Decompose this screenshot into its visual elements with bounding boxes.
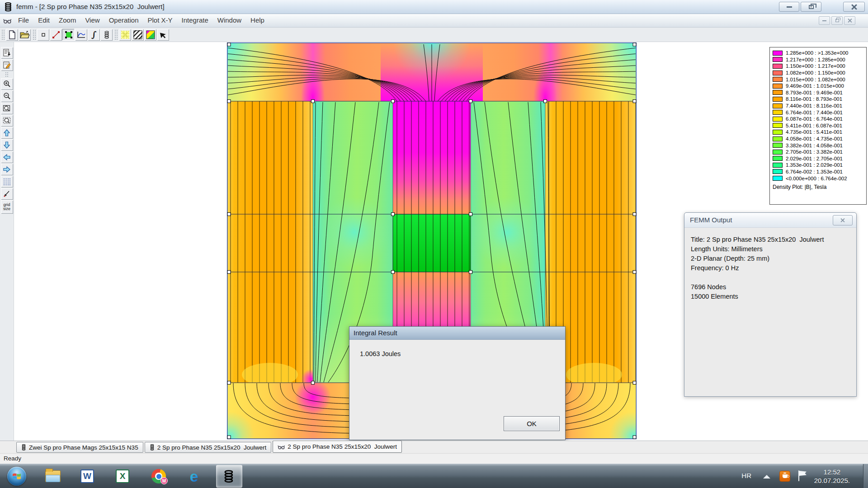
zoom-extents-button[interactable] (1, 115, 13, 127)
pointer-button[interactable] (157, 29, 169, 41)
tab-2sp-pro-phase-results[interactable]: 2 Sp pro Phase N35 25x15x20 Joulwert (273, 441, 402, 453)
minimize-button[interactable] (779, 2, 799, 12)
point-icon (41, 33, 46, 37)
left-toolbar: grid size (0, 42, 14, 441)
taskbar-word-button[interactable]: W (74, 465, 100, 488)
zoom-out-icon (3, 92, 11, 100)
grid-size-button[interactable]: grid size (1, 200, 13, 214)
edit-properties-button[interactable] (1, 59, 13, 71)
femm-output-close-button[interactable] (833, 215, 853, 225)
tab-label: Zwei Sp pro Phase Mags 25x15x15 N35 (29, 444, 138, 451)
output-list-icon (3, 49, 11, 57)
legend-swatch (773, 117, 783, 122)
legend-row: 1.217e+000 : 1.285e+000 (773, 56, 866, 63)
arrow-down-icon (3, 141, 10, 149)
legend-swatch (773, 130, 783, 135)
title-bar[interactable]: femm - [2 Sp pro Phase N35 25x15x20 Joul… (0, 0, 868, 14)
pan-right-button[interactable] (1, 164, 13, 175)
taskbar-explorer-button[interactable] (40, 465, 66, 488)
action-center-flag-icon[interactable] (797, 470, 807, 481)
tab-zwei-sp-pro-phase[interactable]: Zwei Sp pro Phase Mags 25x15x15 N35 (16, 442, 143, 453)
strip-grip (5, 72, 9, 77)
xy-plot-button[interactable] (75, 29, 87, 41)
taskbar-excel-button[interactable]: X (109, 465, 136, 488)
legend-row: 2.705e-001 : 3.382e-001 (773, 149, 866, 155)
integral-result-dialog: Integral Result 1.0063 Joules OK (349, 326, 566, 440)
show-desktop-button[interactable] (863, 464, 868, 488)
mdi-minimize-icon (822, 20, 826, 21)
legend-range-label: 5.411e-001 : 6.087e-001 (786, 123, 842, 128)
start-button[interactable] (7, 467, 26, 486)
block-region-icon (65, 31, 73, 39)
close-icon (851, 4, 857, 10)
pan-down-button[interactable] (1, 139, 13, 151)
taskbar-femm-button[interactable] (216, 465, 242, 488)
time: 12:52 (814, 468, 850, 476)
clock[interactable]: 12:52 20.07.2025. (814, 468, 850, 485)
ok-button[interactable]: OK (504, 416, 560, 431)
integral-dialog-titlebar[interactable]: Integral Result (349, 327, 565, 340)
coil-tool-button[interactable] (100, 29, 113, 41)
grid-toggle-button[interactable] (1, 176, 13, 188)
taskbar: W X M e HR 12:52 20.07.2025. (0, 464, 868, 488)
contour-select-button[interactable] (50, 29, 62, 41)
contour-plot-toggle-button[interactable] (132, 29, 144, 41)
menu-item[interactable]: View (80, 14, 104, 28)
legend-row: 9.469e-001 : 1.015e+000 (773, 83, 866, 89)
tab-label: 2 Sp pro Phase N35 25x15x20 Joulwert (157, 444, 267, 451)
mdi-minimize-button[interactable] (819, 16, 830, 25)
zoom-out-button[interactable] (1, 90, 13, 102)
femm-coil-icon (223, 469, 235, 483)
output-line (691, 273, 856, 282)
taskbar-chrome-button[interactable]: M (146, 465, 172, 488)
legend-range-label: 1.353e-001 : 2.029e-001 (786, 162, 843, 168)
legend-range-label: 2.029e-001 : 2.705e-001 (786, 156, 843, 161)
grid-size-label: grid size (3, 203, 10, 211)
menu-item[interactable]: Window (213, 14, 246, 28)
show-mesh-button[interactable] (119, 29, 131, 41)
arrow-right-icon (3, 166, 10, 173)
show-hidden-icons-button[interactable] (763, 475, 770, 479)
legend-range-label: 9.469e-001 : 1.015e+000 (786, 83, 844, 89)
new-file-button[interactable] (6, 29, 18, 41)
line-integral-button[interactable]: ∫ (88, 29, 100, 41)
menu-item[interactable]: Plot X-Y (143, 14, 177, 28)
legend-swatch (773, 176, 783, 181)
zoom-in-button[interactable] (1, 78, 13, 90)
taskbar-edge-button[interactable]: e (181, 465, 207, 488)
menu-item[interactable]: Integrate (177, 14, 213, 28)
zoom-window-button[interactable] (1, 103, 13, 114)
snap-grid-button[interactable] (1, 188, 13, 200)
restore-button[interactable] (801, 2, 821, 12)
legend-range-label: 6.087e-001 : 6.764e-001 (786, 116, 843, 122)
pan-left-button[interactable] (1, 151, 13, 163)
toolbar-grip (1, 29, 5, 40)
menu-item[interactable]: Operation (104, 14, 143, 28)
block-select-button[interactable] (62, 29, 75, 41)
density-plot-toggle-button[interactable] (144, 29, 156, 41)
femm-output-titlebar[interactable]: FEMM Output (684, 213, 856, 228)
menu-item[interactable]: Help (246, 14, 269, 28)
output-line: Length Units: Millimeters (691, 244, 856, 254)
menu-item[interactable]: Zoom (54, 14, 80, 28)
open-file-button[interactable] (19, 29, 31, 41)
legend-swatch (773, 136, 783, 141)
mdi-restore-button[interactable] (831, 16, 843, 25)
menu-item[interactable]: Edit (33, 14, 54, 28)
output-list-button[interactable] (1, 47, 13, 59)
tab-2sp-pro-phase-doc[interactable]: 2 Sp pro Phase N35 25x15x20 Joulwert (145, 442, 272, 453)
legend-swatch (773, 143, 783, 148)
legend-swatch (773, 169, 783, 174)
legend-row: 3.382e-001 : 4.058e-001 (773, 142, 866, 149)
menu-item[interactable]: File (14, 14, 33, 28)
menu-bar: FileEditZoomViewOperationPlot X-YIntegra… (0, 14, 868, 28)
point-select-button[interactable] (37, 29, 49, 41)
java-tray-icon[interactable] (779, 471, 790, 482)
mdi-close-icon (848, 19, 852, 23)
pan-up-button[interactable] (1, 127, 13, 139)
legend-swatch (773, 163, 783, 168)
close-button[interactable] (843, 2, 865, 12)
chrome-icon: M (151, 469, 166, 483)
mdi-close-button[interactable] (844, 16, 855, 25)
language-indicator[interactable]: HR (741, 472, 751, 479)
